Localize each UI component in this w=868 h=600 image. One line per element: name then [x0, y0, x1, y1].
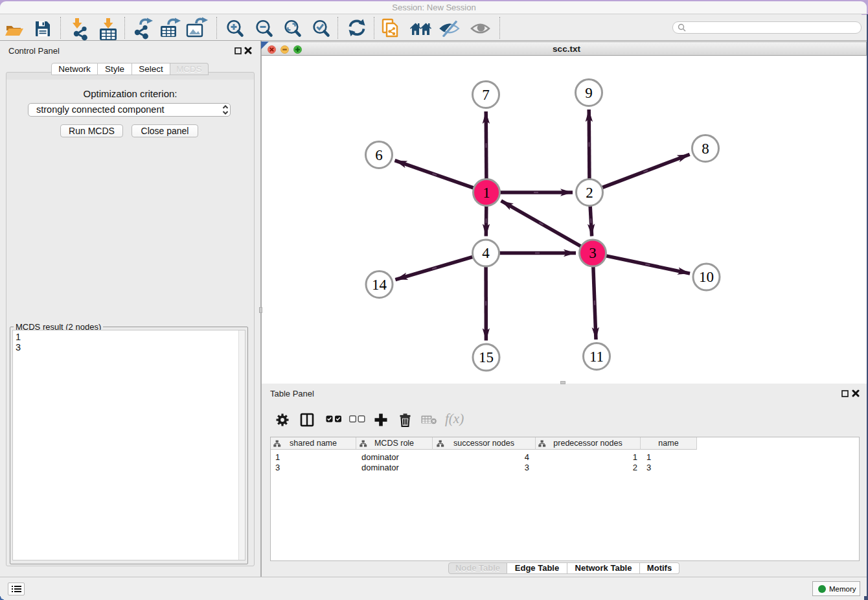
- svg-text:1: 1: [483, 185, 490, 201]
- svg-text:14: 14: [372, 277, 387, 293]
- svg-text:2: 2: [586, 185, 593, 201]
- svg-text:9: 9: [585, 85, 593, 101]
- svg-text:11: 11: [589, 349, 604, 365]
- svg-text:8: 8: [702, 141, 709, 157]
- svg-text:7: 7: [482, 87, 490, 103]
- svg-text:15: 15: [479, 349, 494, 365]
- svg-text:3: 3: [589, 245, 597, 261]
- svg-text:10: 10: [699, 269, 714, 285]
- svg-text:4: 4: [482, 245, 490, 261]
- svg-text:6: 6: [375, 147, 383, 163]
